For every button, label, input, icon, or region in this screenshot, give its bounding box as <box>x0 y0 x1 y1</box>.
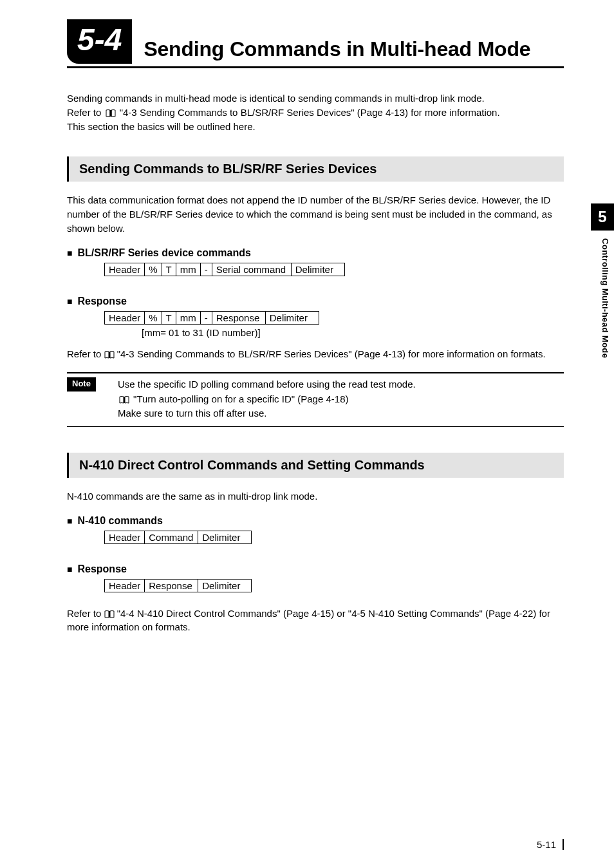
intro-line-2a: Refer to <box>67 107 104 118</box>
cell: Header <box>105 311 145 324</box>
section-number: 5-4 <box>67 19 132 64</box>
cell: Header <box>105 531 145 543</box>
chapter-side-label: Controlling Multi-head Mode <box>600 238 610 358</box>
heading-n410: N-410 Direct Control Commands and Settin… <box>67 453 564 478</box>
sub-response-1-label: Response <box>77 296 126 307</box>
svg-rect-0 <box>110 110 111 117</box>
book-icon <box>104 610 115 618</box>
cell: - <box>200 263 212 276</box>
cell: T <box>162 263 176 276</box>
intro-line-2b: "4-3 Sending Commands to BL/SR/RF Series… <box>120 107 500 118</box>
cell: % <box>145 311 162 324</box>
section-header: 5-4 Sending Commands in Multi-head Mode <box>67 19 564 64</box>
table-bl-command: Header % T mm - Serial command Delimiter <box>104 263 345 276</box>
book-icon <box>106 109 116 117</box>
cell: Command <box>145 531 198 543</box>
note-rule-bottom <box>67 426 564 427</box>
note-line-1: Use the specific ID polling command befo… <box>118 379 416 390</box>
sec1-body2: Refer to "4-3 Sending Commands to BL/SR/… <box>67 347 564 361</box>
note-block: Note Use the specific ID polling command… <box>67 377 564 421</box>
note-line-2: "Turn auto-polling on for a specific ID"… <box>133 393 348 404</box>
note-body: Use the specific ID polling command befo… <box>118 377 416 421</box>
cell: - <box>200 311 212 324</box>
sub-response-2: ■Response <box>67 563 564 575</box>
heading-sending-commands: Sending Commands to BL/SR/RF Series Devi… <box>67 156 564 182</box>
svg-rect-2 <box>124 397 125 403</box>
cell: Delimiter <box>198 531 252 543</box>
sec2-body: N-410 commands are the same as in multi-… <box>67 489 564 504</box>
book-icon <box>104 351 115 359</box>
sec1-body: This data communication format does not … <box>67 193 564 235</box>
note-tag: Note <box>67 377 96 392</box>
note-rule-top <box>67 372 564 373</box>
sub-n410-commands-label: N-410 commands <box>77 515 163 526</box>
book-icon <box>119 396 129 404</box>
sub-bl-device-commands: ■BL/SR/RF Series device commands <box>67 247 564 259</box>
cell: Delimiter <box>198 579 252 592</box>
cell: % <box>145 263 162 276</box>
id-caption: [mm= 01 to 31 (ID number)] <box>142 327 564 338</box>
intro-line-1: Sending commands in multi-head mode is i… <box>67 93 485 104</box>
title-underline <box>67 66 564 68</box>
sec1-body2b: "4-3 Sending Commands to BL/SR/RF Series… <box>117 348 546 359</box>
sub-bl-device-commands-label: BL/SR/RF Series device commands <box>77 247 250 258</box>
sec1-body2a: Refer to <box>67 348 104 359</box>
sub-response-2-label: Response <box>77 563 126 574</box>
svg-rect-1 <box>109 352 110 358</box>
cell: Header <box>105 263 145 276</box>
sub-n410-commands: ■N-410 commands <box>67 515 564 527</box>
cell: mm <box>176 263 200 276</box>
sub-response-1: ■Response <box>67 296 564 307</box>
sec2-body2: Refer to "4-4 N-410 Direct Control Comma… <box>67 607 564 635</box>
cell: Delimiter <box>291 263 344 276</box>
cell: Delimiter <box>265 311 319 324</box>
page-number: 5-11 <box>537 839 564 850</box>
sec2-body2a: Refer to <box>67 608 104 619</box>
note-line-3: Make sure to turn this off after use. <box>118 408 267 419</box>
intro-paragraph: Sending commands in multi-head mode is i… <box>67 91 564 133</box>
cell: T <box>162 311 176 324</box>
cell: Serial command <box>212 263 291 276</box>
section-title: Sending Commands in Multi-head Mode <box>132 19 530 64</box>
table-bl-response: Header % T mm - Response Delimiter <box>104 311 319 325</box>
cell: Header <box>105 579 145 592</box>
cell: Response <box>212 311 265 324</box>
cell: Response <box>145 579 198 592</box>
chapter-tab: 5 <box>591 203 614 231</box>
table-n410-response: Header Response Delimiter <box>104 579 252 592</box>
svg-rect-3 <box>109 611 110 618</box>
sec2-body2b: "4-4 N-410 Direct Control Commands" (Pag… <box>67 608 550 633</box>
intro-line-3: This section the basics will be outlined… <box>67 121 256 132</box>
table-n410-command: Header Command Delimiter <box>104 531 252 544</box>
cell: mm <box>176 311 200 324</box>
